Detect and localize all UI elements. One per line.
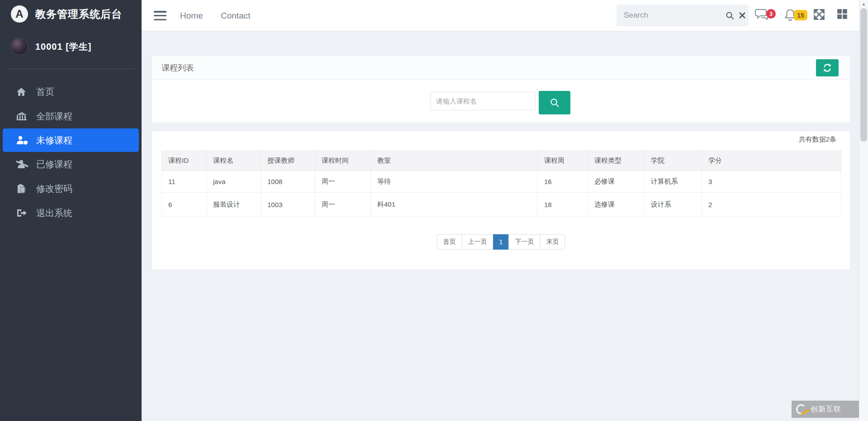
course-list-panel: 课程列表 [152,55,850,123]
sidebar-item-finished-courses[interactable]: 已修课程 [0,152,142,176]
pagination-first[interactable]: 首页 [437,234,462,250]
course-search-button[interactable] [539,91,570,114]
pagination-page-1[interactable]: 1 [493,234,509,250]
messages-badge: 3 [766,9,776,19]
col-teacher: 授课教师 [261,151,315,171]
table-row[interactable]: 6 服装设计 1003 周一 科401 18 选修课 设计系 2 [162,193,841,217]
refresh-button[interactable] [816,59,839,76]
navbar-search [617,5,749,26]
sidebar-item-label: 修改密码 [36,183,72,195]
cell-type: 必修课 [588,171,645,193]
app-logo-icon: A [11,5,28,23]
cell-course-id: 11 [162,171,207,193]
watermark-logo-icon [796,404,806,414]
cell-classroom: 等待 [371,171,538,193]
cell-time: 周一 [315,193,371,217]
sidebar: A 教务管理系统后台 10001 [学生] 首页 全部课程 [0,0,142,421]
cell-week: 16 [538,171,588,193]
sidebar-item-label: 未修课程 [36,134,72,147]
record-count: 共有数据2条 [799,135,836,144]
sidebar-menu: 首页 全部课程 未修课程 已修课程 [0,80,142,225]
sidebar-item-label: 退出系统 [36,207,72,219]
app-window: A 教务管理系统后台 10001 [学生] 首页 全部课程 [0,0,868,421]
cell-classroom: 科401 [371,193,538,217]
navbar-search-input[interactable] [617,11,724,20]
sidebar-item-label: 全部课程 [36,110,72,123]
watermark-text: 创新互联 [811,405,841,414]
panel-header: 课程列表 [152,56,850,80]
clipboard-icon [16,184,30,194]
table-header-row: 课程ID 课程名 授课教师 课程时间 教室 课程周 课程类型 学院 学分 [162,151,841,171]
pagination: 首页 上一页 1 下一页 末页 [437,234,565,250]
home-icon [16,87,30,97]
brand: A 教务管理系统后台 [0,0,142,28]
user-shield-icon [16,135,30,145]
sidebar-item-unfinished-courses[interactable]: 未修课程 [3,128,139,152]
apps-grid-icon[interactable] [836,8,853,24]
cell-course-id: 6 [162,193,207,217]
cell-college: 计算机系 [645,171,702,193]
sidebar-item-home[interactable]: 首页 [0,80,142,104]
pagination-prev[interactable]: 上一页 [462,234,493,250]
cell-course-name: java [207,171,261,193]
scrollbar-thumb[interactable] [860,8,867,142]
cell-time: 周一 [315,171,371,193]
col-classroom: 教室 [371,151,538,171]
cell-course-name: 服装设计 [207,193,261,217]
sidebar-item-label: 已修课程 [36,158,72,170]
cell-week: 18 [538,193,588,217]
clear-search-icon[interactable] [736,12,749,19]
course-table-panel: 共有数据2条 课程ID 课程名 授课教师 课程时间 教室 课程周 课程类型 学院… [152,131,850,270]
sidebar-item-all-courses[interactable]: 全部课程 [0,104,142,128]
user-profile: 10001 [学生] [0,35,142,58]
notifications-button[interactable]: 15 [784,8,800,24]
user-slash-icon [16,159,30,169]
cell-teacher: 1008 [261,171,315,193]
watermark: 创新互联 [792,401,859,418]
user-name: 10001 [学生] [35,41,92,53]
col-course-id: 课程ID [162,151,207,171]
col-week: 课程周 [538,151,588,171]
panel-title: 课程列表 [152,56,850,80]
fullscreen-icon[interactable] [813,8,829,24]
cell-credit: 3 [702,171,841,193]
sidebar-item-logout[interactable]: 退出系统 [0,201,142,225]
messages-button[interactable]: 3 [755,8,771,24]
notifications-badge: 15 [794,10,807,20]
cell-credit: 2 [702,193,841,217]
cell-type: 选修课 [588,193,645,217]
sidebar-divider [6,69,135,69]
col-type: 课程类型 [588,151,645,171]
vertical-scrollbar[interactable]: ▲ [859,0,868,421]
sign-out-icon [16,208,30,218]
sidebar-toggle-icon[interactable] [154,11,167,20]
col-college: 学院 [645,151,702,171]
avatar[interactable] [11,38,28,55]
pagination-last[interactable]: 末页 [540,234,565,250]
col-course-name: 课程名 [207,151,261,171]
nav-link-home[interactable]: Home [180,0,203,31]
course-table: 课程ID 课程名 授课教师 课程时间 教室 课程周 课程类型 学院 学分 11 … [161,151,841,217]
sidebar-item-change-password[interactable]: 修改密码 [0,176,142,201]
top-navbar: Home Contact 3 15 [142,0,868,31]
col-time: 课程时间 [315,151,371,171]
nav-link-contact[interactable]: Contact [221,0,250,31]
col-credit: 学分 [702,151,841,171]
scrollbar-up-icon[interactable]: ▲ [859,1,868,7]
search-icon[interactable] [724,11,736,20]
cell-teacher: 1003 [261,193,315,217]
cell-college: 设计系 [645,193,702,217]
pagination-next[interactable]: 下一页 [508,234,540,250]
sidebar-item-label: 首页 [36,86,54,98]
course-name-input[interactable] [430,92,536,110]
school-icon [16,111,30,121]
app-title: 教务管理系统后台 [35,7,122,21]
table-row[interactable]: 11 java 1008 周一 等待 16 必修课 计算机系 3 [162,171,841,193]
